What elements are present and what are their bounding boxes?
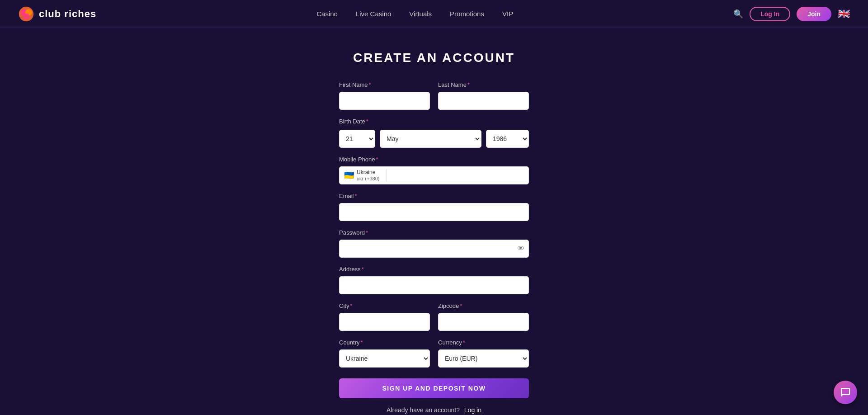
zipcode-input[interactable] bbox=[438, 313, 529, 331]
currency-select[interactable]: Euro (EUR) British Pound (GBP) US Dollar… bbox=[438, 349, 529, 368]
nav-live-casino[interactable]: Live Casino bbox=[356, 10, 391, 18]
zipcode-label: Zipcode* bbox=[438, 302, 529, 309]
last-name-label: Last Name* bbox=[438, 81, 529, 88]
zipcode-group: Zipcode* bbox=[438, 302, 529, 331]
nav-vip[interactable]: VIP bbox=[502, 10, 513, 18]
birth-month-group: May JanuaryFebruaryMarchApril JuneJulyAu… bbox=[380, 130, 481, 148]
main-nav: Casino Live Casino Virtuals Promotions V… bbox=[316, 10, 513, 18]
city-group: City* bbox=[339, 302, 430, 331]
birth-year-select[interactable]: 1986 1980198119821983 1984198519871988 1… bbox=[486, 130, 529, 148]
city-input[interactable] bbox=[339, 313, 430, 331]
password-wrapper: 👁 bbox=[339, 240, 529, 258]
password-label: Password* bbox=[339, 229, 529, 236]
already-account: Already have an account? Log in bbox=[339, 406, 529, 414]
country-label: Country* bbox=[339, 339, 430, 346]
main-content: CREATE AN ACCOUNT First Name* Last Name*… bbox=[0, 28, 868, 415]
first-name-input[interactable] bbox=[339, 92, 430, 110]
registration-form: First Name* Last Name* Birth Date* 21 12 bbox=[339, 81, 529, 415]
password-input[interactable] bbox=[339, 240, 529, 258]
email-input[interactable] bbox=[339, 203, 529, 221]
currency-label: Currency* bbox=[438, 339, 529, 346]
birth-day-select[interactable]: 21 12345 678910 1112131415 1617181920 22… bbox=[339, 130, 375, 148]
birth-year-group: 1986 1980198119821983 1984198519871988 1… bbox=[486, 130, 529, 148]
birth-month-select[interactable]: May JanuaryFebruaryMarchApril JuneJulyAu… bbox=[380, 130, 481, 148]
birth-day-group: 21 12345 678910 1112131415 1617181920 22… bbox=[339, 130, 375, 148]
country-group: Country* Ukraine United Kingdom Germany … bbox=[339, 339, 430, 368]
city-label: City* bbox=[339, 302, 430, 309]
birth-date-label: Birth Date* bbox=[339, 118, 529, 125]
logo[interactable]: club riches bbox=[18, 6, 96, 22]
header-actions: 🔍 Log In Join 🇬🇧 bbox=[733, 7, 850, 21]
phone-country-selector[interactable]: 🇺🇦 Ukraine ukr (+380) bbox=[340, 169, 387, 182]
search-button[interactable]: 🔍 bbox=[733, 9, 743, 19]
phone-input-container: 🇺🇦 Ukraine ukr (+380) bbox=[339, 166, 529, 184]
phone-flag: 🇺🇦 bbox=[344, 171, 354, 179]
logo-text: club riches bbox=[39, 8, 96, 20]
phone-country-info: Ukraine ukr (+380) bbox=[357, 169, 379, 182]
language-button[interactable]: 🇬🇧 bbox=[838, 8, 850, 20]
phone-group: Mobile Phone* 🇺🇦 Ukraine ukr (+380) bbox=[339, 156, 529, 184]
toggle-password-button[interactable]: 👁 bbox=[517, 245, 524, 253]
email-label: Email* bbox=[339, 193, 529, 199]
phone-number-input[interactable] bbox=[387, 167, 528, 184]
chat-icon bbox=[840, 387, 851, 398]
address-label: Address* bbox=[339, 266, 529, 273]
password-group: Password* 👁 bbox=[339, 229, 529, 258]
login-link[interactable]: Log in bbox=[464, 406, 481, 414]
signup-button[interactable]: SIGN UP AND DEPOSIT NOW bbox=[339, 378, 529, 398]
nav-promotions[interactable]: Promotions bbox=[450, 10, 484, 18]
city-zip-row: City* Zipcode* bbox=[339, 302, 529, 331]
email-group: Email* bbox=[339, 193, 529, 221]
chat-button[interactable] bbox=[834, 381, 857, 404]
birthdate-row: 21 12345 678910 1112131415 1617181920 22… bbox=[339, 130, 529, 148]
join-button[interactable]: Join bbox=[797, 7, 831, 21]
birth-date-group: Birth Date* bbox=[339, 118, 529, 126]
currency-group: Currency* Euro (EUR) British Pound (GBP)… bbox=[438, 339, 529, 368]
svg-point-3 bbox=[23, 13, 29, 19]
last-name-group: Last Name* bbox=[438, 81, 529, 110]
phone-label: Mobile Phone* bbox=[339, 156, 529, 163]
first-name-group: First Name* bbox=[339, 81, 430, 110]
address-input[interactable] bbox=[339, 276, 529, 294]
address-group: Address* bbox=[339, 266, 529, 294]
last-name-input[interactable] bbox=[438, 92, 529, 110]
header: club riches Casino Live Casino Virtuals … bbox=[0, 0, 868, 28]
country-currency-row: Country* Ukraine United Kingdom Germany … bbox=[339, 339, 529, 368]
logo-icon bbox=[18, 6, 34, 22]
first-name-label: First Name* bbox=[339, 81, 430, 88]
name-row: First Name* Last Name* bbox=[339, 81, 529, 110]
nav-virtuals[interactable]: Virtuals bbox=[409, 10, 432, 18]
nav-casino[interactable]: Casino bbox=[316, 10, 338, 18]
country-select[interactable]: Ukraine United Kingdom Germany France Sp… bbox=[339, 349, 430, 368]
page-title: CREATE AN ACCOUNT bbox=[353, 51, 515, 65]
login-button[interactable]: Log In bbox=[750, 7, 790, 21]
